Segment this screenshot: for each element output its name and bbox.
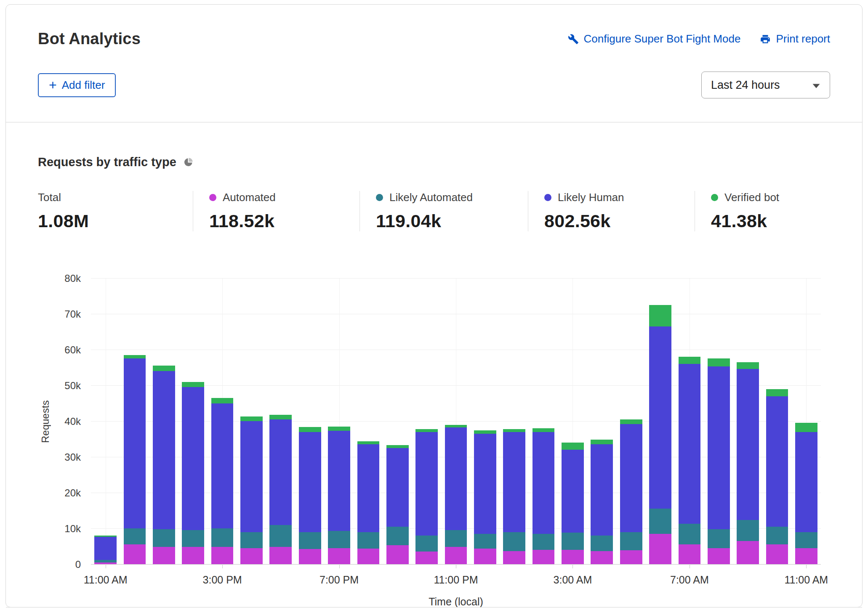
segment-likely-human — [533, 432, 555, 534]
segment-likely-human — [211, 403, 234, 529]
chart-bar[interactable] — [766, 389, 788, 565]
likely-automated-legend-dot — [376, 194, 383, 201]
stat-automated-label: Automated — [223, 191, 276, 204]
segment-likely-automated — [299, 532, 321, 549]
segment-automated — [503, 551, 525, 564]
segment-likely-automated — [591, 536, 613, 551]
requests-by-traffic-type-chart: Requests 010k20k30k40k50k60k70k80k 11:00… — [38, 278, 830, 610]
chart-bar[interactable] — [153, 366, 175, 564]
segment-likely-automated — [240, 532, 263, 548]
chart-bar[interactable] — [182, 382, 204, 564]
segment-likely-human — [795, 432, 817, 532]
segment-automated — [679, 544, 701, 564]
chart-bar[interactable] — [386, 445, 409, 564]
segment-likely-automated — [533, 534, 555, 550]
x-tickmark — [456, 565, 456, 568]
segment-likely-human — [415, 432, 438, 536]
chart-bar[interactable] — [737, 362, 759, 564]
segment-likely-human — [737, 369, 759, 520]
chart-bar[interactable] — [708, 358, 730, 564]
chart-bar[interactable] — [269, 415, 292, 564]
chart-bar[interactable] — [299, 427, 321, 564]
segment-likely-human — [240, 421, 263, 532]
stat-likely-automated-label: Likely Automated — [389, 191, 473, 204]
segment-automated — [386, 545, 409, 564]
segment-verified-bot — [474, 430, 496, 434]
chart-bar[interactable] — [445, 425, 467, 564]
segment-automated — [445, 547, 467, 564]
segment-verified-bot — [124, 355, 146, 359]
add-filter-button[interactable]: + Add filter — [38, 73, 116, 97]
chart-bar[interactable] — [474, 430, 496, 564]
time-range-select[interactable]: Last 24 hours — [701, 72, 830, 98]
segment-likely-automated — [386, 527, 409, 545]
segment-automated — [124, 544, 146, 564]
chart-bar[interactable] — [328, 427, 350, 564]
section-header: Requests by traffic type — [6, 122, 862, 169]
segment-likely-automated — [445, 530, 467, 547]
segment-verified-bot — [386, 445, 409, 448]
segment-verified-bot — [269, 415, 292, 419]
segment-automated — [211, 547, 234, 564]
segment-likely-human — [649, 326, 671, 509]
likely-human-legend-dot — [544, 194, 551, 201]
chart-bar[interactable] — [562, 443, 584, 564]
time-range-value: Last 24 hours — [711, 79, 780, 92]
segment-likely-human — [445, 427, 467, 530]
x-tick-label: 11:00 AM — [784, 574, 828, 586]
segment-likely-automated — [795, 532, 817, 548]
segment-likely-human — [153, 371, 175, 529]
segment-likely-human — [124, 358, 146, 528]
header-links: Configure Super Bot Fight Mode Print rep… — [568, 32, 830, 45]
chart-bar[interactable] — [795, 423, 817, 564]
chart-bar[interactable] — [503, 429, 525, 564]
chart-bar[interactable] — [240, 416, 263, 564]
segment-automated — [415, 552, 438, 564]
segment-verified-bot — [153, 366, 175, 371]
segment-verified-bot — [620, 419, 642, 424]
stat-likely-human-label: Likely Human — [558, 191, 624, 204]
stat-verified-bot: Verified bot 41.38k — [695, 191, 830, 231]
stat-total-label: Total — [38, 191, 61, 204]
pie-chart-icon — [183, 157, 194, 167]
segment-likely-automated — [415, 536, 438, 552]
chart-bar[interactable] — [620, 419, 642, 564]
segment-verified-bot — [562, 443, 584, 450]
configure-super-bot-fight-mode-link[interactable]: Configure Super Bot Fight Mode — [568, 32, 741, 45]
segment-verified-bot — [649, 305, 671, 326]
chart-bar[interactable] — [94, 536, 117, 564]
add-filter-label: Add filter — [62, 79, 105, 92]
segment-likely-automated — [766, 527, 788, 545]
x-tick-label: 11:00 AM — [84, 574, 128, 586]
section-title: Requests by traffic type — [38, 155, 176, 169]
segment-verified-bot — [503, 429, 525, 432]
chart-bar[interactable] — [124, 355, 146, 564]
chart-bar[interactable] — [533, 428, 555, 564]
chart-bar[interactable] — [591, 440, 613, 564]
y-tick-label: 50k — [64, 380, 81, 392]
chart-bar[interactable] — [357, 441, 380, 564]
segment-automated — [766, 544, 788, 564]
chart-bar[interactable] — [649, 305, 671, 564]
segment-likely-automated — [503, 532, 525, 552]
plus-icon: + — [49, 80, 57, 90]
chart-bar[interactable] — [679, 357, 701, 564]
chart-bar[interactable] — [211, 398, 234, 564]
segment-verified-bot — [591, 440, 613, 444]
segment-verified-bot — [357, 441, 380, 445]
y-tick-label: 70k — [64, 308, 81, 320]
stat-likely-automated-value: 119.04k — [376, 211, 519, 231]
segment-likely-automated — [124, 528, 146, 544]
x-tick-label: 7:00 AM — [670, 574, 709, 586]
segment-likely-automated — [357, 532, 380, 549]
y-tick-label: 60k — [64, 344, 81, 356]
toolbar: + Add filter Last 24 hours — [6, 72, 862, 98]
segment-likely-automated — [620, 532, 642, 550]
stats-row: Total 1.08M Automated 118.52k Likely Aut… — [6, 191, 862, 231]
print-report-link[interactable]: Print report — [760, 32, 830, 45]
segment-verified-bot — [240, 416, 263, 421]
segment-likely-automated — [708, 529, 730, 548]
chart-bar[interactable] — [415, 429, 438, 564]
segment-automated — [94, 562, 117, 564]
segment-automated — [299, 549, 321, 564]
